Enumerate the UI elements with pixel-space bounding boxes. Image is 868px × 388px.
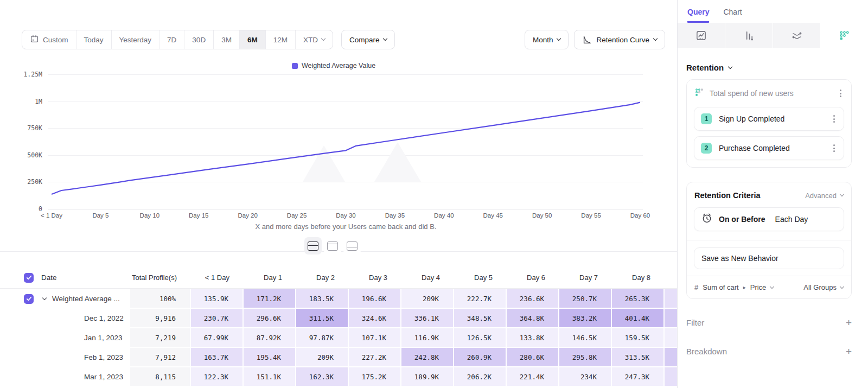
chevron-down-icon <box>840 192 844 196</box>
retention-tab-icon[interactable] <box>820 23 868 48</box>
range-30d[interactable]: 30D <box>184 30 214 49</box>
compare-button[interactable]: Compare <box>341 30 395 49</box>
value-cell: 250.7K <box>559 289 612 308</box>
table-row: Weighted Average ...100%135.9K171.2K183.… <box>0 289 677 308</box>
day-column-header: < 1 Day <box>191 267 244 288</box>
split-table-icon[interactable] <box>343 237 361 255</box>
criteria-title: Retention Criteria <box>694 191 761 200</box>
row-expander-icon[interactable] <box>42 295 47 300</box>
chevron-down-icon <box>383 36 387 41</box>
day-column-header: Day 3 <box>349 267 401 288</box>
row-label: Feb 1, 2023 <box>84 353 123 361</box>
value-cell: 116.9K <box>401 328 454 347</box>
range-6m[interactable]: 6M <box>240 30 266 49</box>
range-today[interactable]: Today <box>76 30 112 49</box>
value-cell: 163.7K <box>191 348 244 367</box>
insights-tab-icon[interactable] <box>678 23 725 48</box>
x-tick-label: Day 5 <box>76 212 125 219</box>
breakdown-section: Breakdown + <box>686 346 852 357</box>
value-cell: 221.4K <box>507 367 559 386</box>
behavior-title: Total spend of new users <box>710 89 832 98</box>
value-cell: 183.5K <box>296 289 349 308</box>
row-date-cell: Weighted Average ... <box>0 289 130 308</box>
value-cell: 227.2K <box>349 348 401 367</box>
split-equal-icon[interactable] <box>304 237 322 255</box>
value-cell: 234K <box>559 367 612 386</box>
x-tick-label: Day 50 <box>518 212 566 219</box>
value-cell: 151.1K <box>244 367 296 386</box>
partial-value-cell <box>665 367 677 386</box>
save-behavior-button[interactable]: Save as New Behavior <box>694 247 844 269</box>
step-menu-icon[interactable] <box>831 113 837 125</box>
calendar-icon <box>30 34 39 45</box>
tab-query[interactable]: Query <box>687 8 709 23</box>
behavior-step[interactable]: 2Purchase Completed <box>694 136 844 160</box>
value-cell: 313.5K <box>612 348 665 367</box>
granularity-button[interactable]: Month <box>525 30 569 49</box>
step-number-badge: 2 <box>701 143 712 154</box>
add-filter-button[interactable]: + <box>846 317 852 328</box>
clock-icon <box>701 213 712 226</box>
value-cell: 196.6K <box>349 289 401 308</box>
x-tick-label: Day 35 <box>371 212 419 219</box>
date-column-header: Date <box>41 273 57 282</box>
split-chart-icon[interactable] <box>324 237 341 255</box>
range-custom[interactable]: Custom <box>22 30 76 49</box>
row-date-cell: Jan 1, 2023 <box>0 328 130 347</box>
step-menu-icon[interactable] <box>831 142 837 154</box>
value-cell: 67.99K <box>191 328 244 347</box>
groups-selector[interactable]: All Groups <box>803 283 844 291</box>
measure-selector[interactable]: # Sum of cart ▸ Price <box>694 283 774 291</box>
flows-tab-icon[interactable] <box>773 23 820 48</box>
range-label: 6M <box>247 36 258 44</box>
value-cell: 195.4K <box>244 348 296 367</box>
range-3m[interactable]: 3M <box>214 30 240 49</box>
table-row: Dec 1, 20229,916230.7K296.6K311.5K324.6K… <box>0 309 677 328</box>
range-label: 12M <box>273 36 288 44</box>
value-cell: 159.5K <box>612 328 665 347</box>
value-cell: 135.9K <box>191 289 244 308</box>
day-column-header: Day 4 <box>401 267 454 288</box>
x-tick-label: Day 10 <box>125 212 174 219</box>
behavior-menu-icon[interactable] <box>838 87 844 99</box>
row-date-cell: Mar 1, 2023 <box>0 367 130 386</box>
total-profiles-cell: 7,219 <box>130 328 191 347</box>
day-column-header: Day 7 <box>559 267 612 288</box>
property-arrow-icon: ▸ <box>743 284 746 290</box>
partial-value-cell <box>665 309 677 328</box>
value-cell: 364.8K <box>507 309 559 328</box>
value-cell: 236.6K <box>507 289 559 308</box>
value-cell: 206.2K <box>454 367 507 386</box>
chart-type-button[interactable]: Retention Curve <box>574 30 665 49</box>
funnels-tab-icon[interactable] <box>725 23 773 48</box>
x-tick-label: Day 30 <box>322 212 371 219</box>
range-xtd[interactable]: XTD <box>296 30 333 49</box>
add-breakdown-button[interactable]: + <box>846 346 852 357</box>
step-label: Sign Up Completed <box>719 115 824 123</box>
day-column-header: Day 6 <box>507 267 559 288</box>
report-type-tabs <box>678 23 868 48</box>
criteria-mode-dropdown[interactable]: Advanced <box>805 192 844 200</box>
behavior-step[interactable]: 1Sign Up Completed <box>694 107 844 131</box>
tab-chart[interactable]: Chart <box>723 8 742 23</box>
row-date-cell: Dec 1, 2022 <box>0 309 130 328</box>
day-column-header: Day 8 <box>612 267 665 288</box>
retention-section-toggle[interactable]: Retention <box>686 63 852 72</box>
range-label: 3M <box>221 36 232 44</box>
range-label: 30D <box>192 36 206 44</box>
chevron-down-icon <box>840 284 844 288</box>
chart-canvas <box>0 62 677 231</box>
retention-when-selector[interactable]: On or Before Each Day <box>694 207 844 231</box>
range-12m[interactable]: 12M <box>266 30 296 49</box>
value-cell: 265.3K <box>612 289 665 308</box>
value-cell: 311.5K <box>296 309 349 328</box>
chevron-down-icon <box>653 36 658 41</box>
select-all-checkbox[interactable] <box>24 273 34 283</box>
chevron-down-icon <box>770 284 774 288</box>
range-yesterday[interactable]: Yesterday <box>112 30 160 49</box>
range-7d[interactable]: 7D <box>159 30 184 49</box>
x-tick-label: Day 45 <box>469 212 518 219</box>
chevron-down-icon <box>321 36 326 41</box>
row-checkbox[interactable] <box>24 294 34 304</box>
table-row: Feb 1, 20237,912163.7K195.4K209K227.2K24… <box>0 348 677 367</box>
